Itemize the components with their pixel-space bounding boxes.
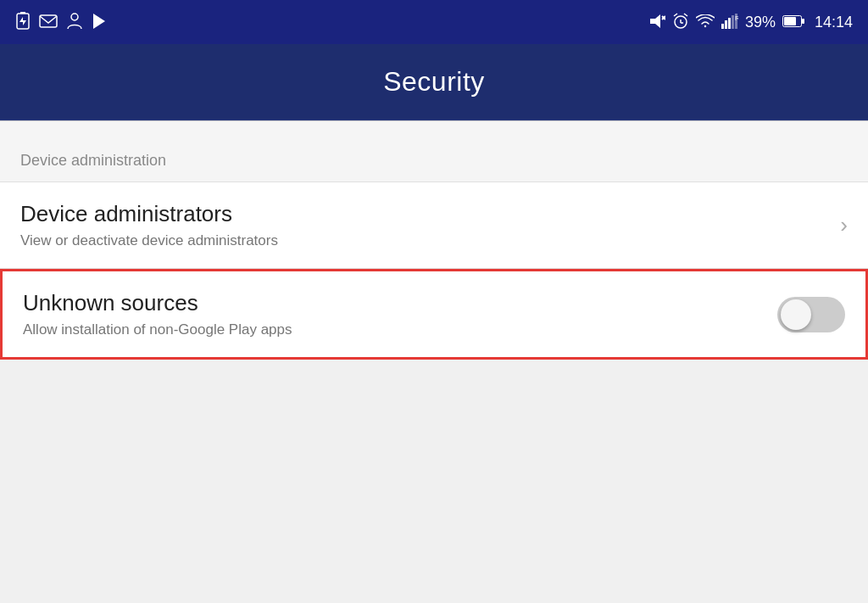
section-gap-top — [0, 121, 868, 137]
svg-rect-14 — [721, 24, 724, 29]
settings-content: Device administration Device administrat… — [0, 121, 868, 360]
device-administrators-title: Device administrators — [20, 201, 826, 227]
svg-line-13 — [684, 14, 687, 16]
status-left-icons — [15, 12, 107, 33]
alarm-icon — [672, 13, 689, 32]
wifi-icon — [696, 14, 715, 31]
signal-icon: R — [721, 14, 738, 31]
svg-marker-2 — [19, 17, 26, 25]
unknown-sources-title: Unknown sources — [23, 290, 764, 316]
vpn-icon — [66, 12, 83, 33]
section-header-device-administration: Device administration — [0, 137, 868, 182]
device-administrators-item[interactable]: Device administrators View or deactivate… — [0, 182, 868, 269]
play-store-icon — [92, 13, 107, 32]
section-header-label: Device administration — [20, 152, 166, 169]
page-title: Security — [383, 66, 485, 98]
chevron-right-icon: › — [840, 212, 848, 238]
mute-icon — [648, 13, 665, 32]
unknown-sources-toggle[interactable] — [777, 297, 845, 332]
battery-percentage: 39% — [745, 14, 776, 30]
svg-point-4 — [71, 14, 78, 20]
device-administrators-text: Device administrators View or deactivate… — [20, 201, 826, 249]
device-administrators-subtitle: View or deactivate device administrators — [20, 232, 826, 249]
svg-rect-17 — [732, 15, 734, 29]
unknown-sources-toggle-container[interactable] — [777, 297, 845, 332]
gmail-icon — [39, 14, 58, 31]
svg-rect-15 — [725, 20, 727, 29]
app-bar: Security — [0, 44, 868, 120]
svg-rect-21 — [802, 19, 804, 24]
status-right-icons: R 39% 14:14 — [648, 13, 853, 32]
toggle-knob — [781, 299, 811, 330]
svg-text:R: R — [735, 14, 738, 22]
status-time: 14:14 — [815, 14, 853, 31]
unknown-sources-item[interactable]: Unknown sources Allow installation of no… — [0, 269, 868, 360]
status-bar: R 39% 14:14 — [0, 0, 868, 44]
unknown-sources-subtitle: Allow installation of non-Google Play ap… — [23, 321, 764, 338]
battery-icon — [782, 14, 804, 30]
battery-charging-icon — [15, 12, 31, 33]
svg-rect-22 — [784, 17, 796, 25]
svg-marker-6 — [650, 14, 660, 28]
svg-rect-16 — [728, 18, 731, 29]
svg-line-12 — [674, 14, 677, 16]
svg-rect-1 — [20, 12, 25, 14]
svg-rect-3 — [40, 15, 57, 27]
svg-marker-5 — [93, 14, 105, 29]
unknown-sources-text: Unknown sources Allow installation of no… — [23, 290, 764, 338]
